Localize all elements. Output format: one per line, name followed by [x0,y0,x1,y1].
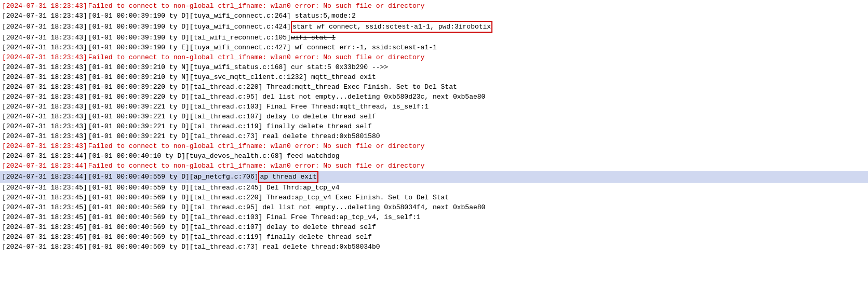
log-content: [01-01 00:00:40:569 ty D][tal_thread.c:9… [88,202,486,212]
log-timestamp: [2024-07-31 18:23:45] [2,212,87,222]
log-content: Failed to connect to non-global ctrl_ifn… [88,52,425,62]
log-content: [01-01 00:00:39:190 ty D][tuya_wifi_conn… [88,11,356,21]
log-content: Failed to connect to non-global ctrl_ifn… [88,141,425,151]
log-timestamp: [2024-07-31 18:23:45] [2,183,87,193]
log-line: [2024-07-31 18:23:45] [01-01 00:00:40:56… [0,232,868,242]
log-line: [2024-07-31 18:23:43] Failed to connect … [0,52,868,62]
log-timestamp: [2024-07-31 18:23:43] [2,131,87,141]
log-line: [2024-07-31 18:23:43] [01-01 00:00:39:22… [0,121,868,131]
log-line: [2024-07-31 18:23:43] Failed to connect … [0,1,868,11]
log-timestamp: [2024-07-31 18:23:43] [2,43,87,52]
log-content: [01-01 00:00:40:569 ty D][tal_thread.c:1… [88,232,372,242]
log-timestamp: [2024-07-31 18:23:43] [2,1,87,11]
log-content: Failed to connect to non-global ctrl_ifn… [88,161,425,171]
log-timestamp: [2024-07-31 18:23:43] [2,22,87,32]
log-line: [2024-07-31 18:23:43] [01-01 00:00:39:22… [0,82,868,92]
log-line: [2024-07-31 18:23:43] [01-01 00:00:39:19… [0,11,868,21]
log-line: [2024-07-31 18:23:45] [01-01 00:00:40:56… [0,222,868,232]
log-line: [2024-07-31 18:23:43] [01-01 00:00:39:22… [0,112,868,121]
log-content: [01-01 00:00:39:221 ty D][tal_thread.c:1… [88,112,376,121]
log-timestamp: [2024-07-31 18:23:43] [2,112,87,121]
log-timestamp: [2024-07-31 18:23:43] [2,121,87,131]
log-timestamp: [2024-07-31 18:23:45] [2,202,87,212]
log-content: [01-01 00:00:40:559 ty D][tal_thread.c:2… [88,183,340,193]
log-content-before: [01-01 00:00:39:190 ty D][tuya_wifi_conn… [88,22,291,32]
log-content-boxed: ap thread exit [258,171,318,183]
log-timestamp: [2024-07-31 18:23:43] [2,141,87,151]
log-timestamp: [2024-07-31 18:23:45] [2,242,87,252]
log-timestamp: [2024-07-31 18:23:44] [2,161,87,171]
log-line: [2024-07-31 18:23:43] [01-01 00:00:39:19… [0,43,868,52]
log-content-boxed: start wf connect, ssid:sctest-a1-1, pwd:… [291,21,492,33]
log-content: [01-01 00:00:40:569 ty D][tal_thread.c:7… [88,242,380,252]
log-content-before: [01-01 00:00:39:190 ty D][tal_wifi_recon… [88,33,291,43]
log-line: [2024-07-31 18:23:43] [01-01 00:00:39:22… [0,102,868,112]
log-timestamp: [2024-07-31 18:23:45] [2,222,87,232]
log-container: [2024-07-31 18:23:43] Failed to connect … [0,0,868,285]
log-timestamp: [2024-07-31 18:23:43] [2,92,87,102]
log-line: [2024-07-31 18:23:43] Failed to connect … [0,141,868,151]
log-content: Failed to connect to non-global ctrl_ifn… [88,1,425,11]
log-line: [2024-07-31 18:23:45] [01-01 00:00:40:56… [0,202,868,212]
log-timestamp: [2024-07-31 18:23:44] [2,172,87,182]
log-content: [01-01 00:00:39:210 ty N][tuya_wifi_stat… [88,62,388,72]
log-content: [01-01 00:00:39:210 ty N][tuya_svc_mqtt_… [88,72,376,82]
log-content: [01-01 00:00:39:220 ty D][tal_thread.c:2… [88,82,457,92]
log-content: [01-01 00:00:40:569 ty D][tal_thread.c:1… [88,222,376,232]
log-timestamp: [2024-07-31 18:23:43] [2,33,87,43]
log-line: [2024-07-31 18:23:43] [01-01 00:00:39:22… [0,131,868,141]
log-timestamp: [2024-07-31 18:23:43] [2,72,87,82]
log-content: [01-01 00:00:39:220 ty D][tal_thread.c:9… [88,92,486,102]
log-timestamp: [2024-07-31 18:23:43] [2,62,87,72]
log-content: [01-01 00:00:39:221 ty D][tal_thread.c:1… [88,102,429,112]
log-content-before: [01-01 00:00:40:559 ty D][ap_netcfg.c:70… [88,172,259,182]
log-content: [01-01 00:00:40:569 ty D][tal_thread.c:1… [88,212,421,222]
log-line: [2024-07-31 18:23:43] [01-01 00:00:39:21… [0,62,868,72]
log-line: [2024-07-31 18:23:43] [01-01 00:00:39:22… [0,92,868,102]
log-content: [01-01 00:00:39:221 ty D][tal_thread.c:7… [88,131,380,141]
log-line: [2024-07-31 18:23:45] [01-01 00:00:40:55… [0,183,868,193]
log-content: [01-01 00:00:40:10 ty D][tuya_devos_heal… [88,151,340,161]
log-content: [01-01 00:00:40:569 ty D][tal_thread.c:2… [88,193,449,202]
log-line: [2024-07-31 18:23:44] Failed to connect … [0,161,868,171]
log-timestamp: [2024-07-31 18:23:45] [2,193,87,202]
log-timestamp: [2024-07-31 18:23:44] [2,151,87,161]
log-line: [2024-07-31 18:23:45] [01-01 00:00:40:56… [0,242,868,252]
log-content-strike: wifi stat 1 [291,33,336,43]
log-line: [2024-07-31 18:23:43] [01-01 00:00:39:19… [0,21,868,33]
log-timestamp: [2024-07-31 18:23:45] [2,232,87,242]
log-timestamp: [2024-07-31 18:23:43] [2,11,87,21]
log-line: [2024-07-31 18:23:44] [01-01 00:00:40:10… [0,151,868,161]
log-line: [2024-07-31 18:23:45] [01-01 00:00:40:56… [0,212,868,222]
log-content: [01-01 00:00:39:190 ty E][tuya_wifi_conn… [88,43,437,52]
log-timestamp: [2024-07-31 18:23:43] [2,102,87,112]
log-timestamp: [2024-07-31 18:23:43] [2,52,87,62]
log-timestamp: [2024-07-31 18:23:43] [2,82,87,92]
log-line: [2024-07-31 18:23:43] [01-01 00:00:39:19… [0,33,868,43]
log-line: [2024-07-31 18:23:45] [01-01 00:00:40:56… [0,193,868,202]
log-content: [01-01 00:00:39:221 ty D][tal_thread.c:1… [88,121,372,131]
log-line: [2024-07-31 18:23:44] [01-01 00:00:40:55… [0,171,868,183]
log-line: [2024-07-31 18:23:43] [01-01 00:00:39:21… [0,72,868,82]
